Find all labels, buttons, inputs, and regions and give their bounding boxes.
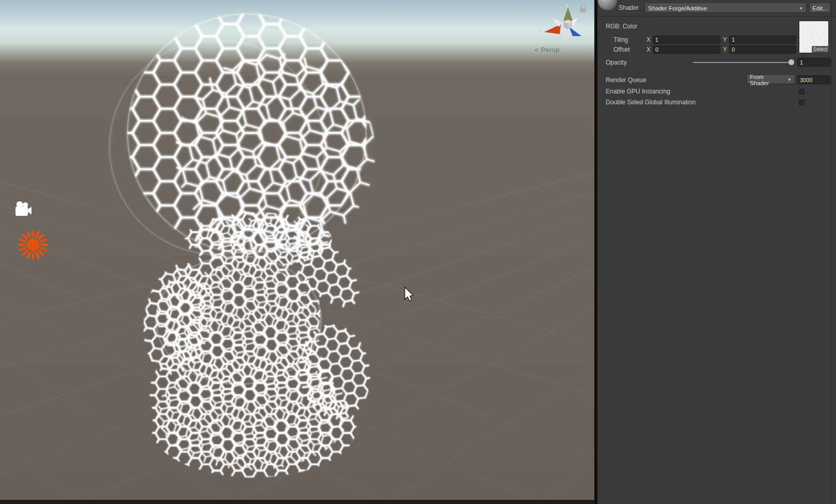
chevron-down-icon: ▼ [787, 77, 792, 82]
orientation-gizmo[interactable]: y x [539, 2, 582, 42]
render-queue-dropdown[interactable]: From Shader ▼ [746, 75, 795, 84]
gpu-instancing-label: Enable GPU Instancing [606, 88, 670, 95]
unity-editor-window: y x < Persp Shader Shader Forge/Additive… [0, 0, 836, 504]
gizmo-neg-cone[interactable] [553, 18, 562, 27]
gizmo-y-cone[interactable] [563, 7, 573, 21]
gizmo-z-cone[interactable] [569, 27, 581, 36]
gizmo-y-label: y [566, 2, 569, 8]
scene-bottom-edge [0, 500, 594, 504]
double-sided-gi-checkbox[interactable] [798, 99, 806, 106]
lock-icon[interactable] [580, 4, 587, 12]
inspector-scrollbar[interactable] [831, 0, 832, 504]
opacity-label: Opacity [606, 59, 627, 66]
offset-x-input[interactable] [653, 45, 720, 54]
render-queue-label: Render Queue [606, 76, 646, 84]
offset-x-label: X [646, 46, 651, 53]
camera-icon[interactable] [15, 201, 31, 216]
hex-wireframe-character[interactable] [109, 14, 376, 477]
scene-view[interactable]: y x < Persp [0, 0, 594, 504]
section-divider [597, 16, 836, 17]
gizmo-x-label: x [539, 28, 541, 34]
cursor-icon [405, 287, 413, 301]
offset-label: Offset [613, 46, 630, 53]
sun-light-icon[interactable] [19, 231, 47, 259]
edit-shader-button[interactable]: Edit... [809, 4, 831, 13]
render-queue-dropdown-value: From Shader [750, 74, 784, 86]
tiling-x-label: X [646, 36, 651, 43]
double-sided-gi-label: Double Sided Global Illumination [606, 99, 696, 106]
offset-y-input[interactable] [729, 45, 796, 54]
gpu-instancing-checkbox[interactable] [798, 88, 806, 96]
shader-label: Shader [619, 4, 639, 11]
opacity-slider-track[interactable] [693, 62, 789, 63]
tiling-label: Tiling [613, 36, 628, 43]
opacity-input[interactable] [797, 58, 831, 67]
gizmo-neg-cone[interactable] [562, 32, 568, 42]
perspective-mode-label[interactable]: < Persp [534, 46, 560, 54]
opacity-slider-handle[interactable] [788, 59, 794, 65]
offset-y-label: Y [723, 46, 727, 53]
texture-select-button[interactable]: Select [812, 46, 829, 53]
shader-dropdown[interactable]: Shader Forge/Additive ▼ [644, 4, 807, 13]
tiling-y-input[interactable] [729, 36, 796, 44]
rgb-color-label: RGB: Color [606, 23, 637, 30]
chevron-down-icon: ▼ [799, 6, 803, 11]
scene-canvas: y x [0, 0, 594, 504]
shader-dropdown-value: Shader Forge/Additive [648, 5, 707, 11]
tiling-y-label: Y [723, 36, 727, 43]
render-queue-input[interactable] [797, 75, 831, 84]
tiling-x-input[interactable] [653, 36, 720, 44]
